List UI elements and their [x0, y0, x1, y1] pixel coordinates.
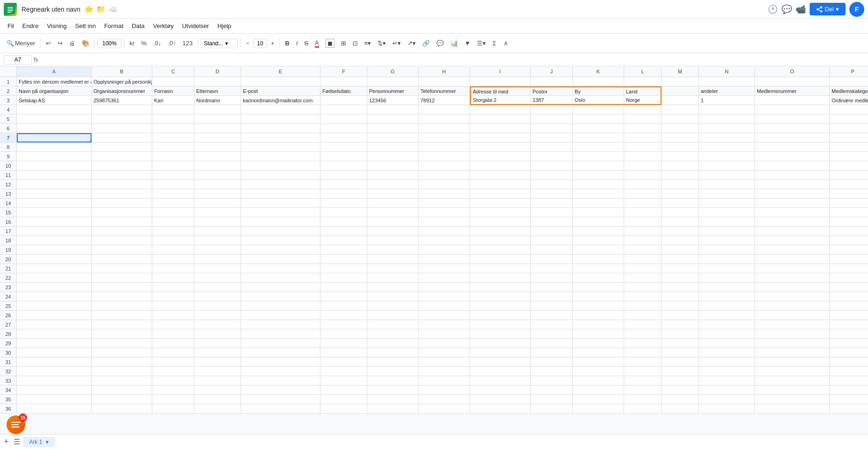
- collapse-toolbar-button[interactable]: ∧: [501, 38, 511, 49]
- row-num-3[interactable]: 3: [0, 96, 17, 105]
- row-num-1[interactable]: 1: [0, 77, 17, 86]
- row-num-19[interactable]: 19: [0, 245, 17, 255]
- font-style-dropdown[interactable]: Stand... ▾: [200, 39, 238, 48]
- row-num-11[interactable]: 11: [0, 171, 17, 180]
- chat-icon[interactable]: 💬: [782, 4, 792, 14]
- comment-button[interactable]: 💬: [434, 38, 447, 49]
- freeze-button[interactable]: ☰▾: [474, 38, 489, 49]
- cell-n1[interactable]: [699, 77, 755, 86]
- col-header-m[interactable]: M: [662, 66, 699, 77]
- avatar[interactable]: F: [849, 2, 864, 17]
- menu-verktoy[interactable]: Verktøy: [149, 21, 178, 31]
- app-icon[interactable]: [4, 3, 17, 16]
- share-button[interactable]: Del ▾: [810, 3, 846, 15]
- share-dropdown-icon[interactable]: ▾: [836, 6, 839, 13]
- row-num-12[interactable]: 12: [0, 180, 17, 189]
- notification-circle[interactable]: 15: [7, 415, 25, 434]
- cell-j2[interactable]: Postnr: [531, 86, 573, 96]
- cell-f3[interactable]: [320, 96, 367, 105]
- col-header-k[interactable]: K: [573, 66, 624, 77]
- undo-button[interactable]: ↩: [43, 38, 54, 49]
- row-num-25[interactable]: 25: [0, 301, 17, 311]
- col-header-j[interactable]: J: [531, 66, 573, 77]
- align-v-button[interactable]: ⇅▾: [375, 38, 389, 49]
- col-header-b[interactable]: B: [92, 66, 152, 77]
- video-icon[interactable]: 📹: [796, 4, 806, 14]
- number-format-button[interactable]: 123: [179, 38, 195, 49]
- row-num-31[interactable]: 31: [0, 357, 17, 367]
- cell-p1[interactable]: [830, 77, 868, 86]
- cell-c3[interactable]: Kari: [152, 96, 194, 105]
- col-header-a[interactable]: A: [17, 66, 92, 77]
- menu-sett-inn[interactable]: Sett inn: [71, 21, 100, 31]
- cell-o2[interactable]: Medlemsnummer: [755, 86, 830, 96]
- cell-h3[interactable]: 78912: [419, 96, 470, 105]
- text-rotate-button[interactable]: ↗▾: [405, 38, 419, 49]
- cell-i1[interactable]: [470, 77, 531, 86]
- row-num-6[interactable]: 6: [0, 124, 17, 133]
- row-num-15[interactable]: 15: [0, 208, 17, 217]
- col-header-h[interactable]: H: [419, 66, 470, 77]
- cell-i2[interactable]: Adresse til med: [470, 86, 531, 96]
- cell-n2[interactable]: andeler: [699, 86, 755, 96]
- align-h-button[interactable]: ≡▾: [362, 38, 374, 49]
- add-sheet-button[interactable]: +: [4, 437, 9, 447]
- row-num-13[interactable]: 13: [0, 189, 17, 199]
- col-header-f[interactable]: F: [320, 66, 367, 77]
- cell-a7[interactable]: [17, 133, 92, 143]
- cell-g2[interactable]: Personnummer: [367, 86, 419, 96]
- cell-c1[interactable]: [152, 77, 194, 86]
- col-header-l[interactable]: L: [624, 66, 662, 77]
- cell-k1[interactable]: [573, 77, 624, 86]
- cell-e3[interactable]: karinordmann@mailinator.com: [241, 96, 320, 105]
- row-num-14[interactable]: 14: [0, 199, 17, 208]
- cell-m3[interactable]: [662, 96, 699, 105]
- row-num-24[interactable]: 24: [0, 292, 17, 301]
- row-num-17[interactable]: 17: [0, 227, 17, 236]
- row-num-23[interactable]: 23: [0, 283, 17, 292]
- menu-endre[interactable]: Endre: [19, 21, 43, 31]
- cell-e2[interactable]: E-post: [241, 86, 320, 96]
- menu-visning[interactable]: Visning: [43, 21, 70, 31]
- cell-p3[interactable]: Ordinære medlemmer: [830, 96, 868, 105]
- cell-h1[interactable]: [419, 77, 470, 86]
- chart-button[interactable]: 📊: [448, 38, 461, 49]
- cell-m2[interactable]: [662, 86, 699, 96]
- row-num-28[interactable]: 28: [0, 329, 17, 339]
- percent-button[interactable]: %: [138, 38, 149, 49]
- cell-a3[interactable]: Selskap AS: [17, 96, 92, 105]
- cell-d2[interactable]: Etternavn: [194, 86, 241, 96]
- cell-d3[interactable]: Nordmann: [194, 96, 241, 105]
- col-header-n[interactable]: N: [699, 66, 755, 77]
- cell-a1[interactable]: Fylles inn dersom medlemet er en organis…: [17, 77, 92, 86]
- decrease-decimal-button[interactable]: .0↓: [150, 38, 164, 49]
- function-button[interactable]: Σ: [490, 38, 499, 49]
- row-num-7[interactable]: 7: [0, 133, 17, 143]
- col-header-g[interactable]: G: [367, 66, 419, 77]
- increase-decimal-button[interactable]: .0↑: [165, 38, 178, 49]
- print-button[interactable]: 🖨: [66, 38, 78, 49]
- redo-button[interactable]: ↪: [55, 38, 65, 49]
- row-num-35[interactable]: 35: [0, 395, 17, 404]
- row-num-22[interactable]: 22: [0, 273, 17, 283]
- grid-scroll[interactable]: 1 Fylles inn dersom medlemet er en organ…: [0, 77, 868, 434]
- history-icon[interactable]: 🕐: [768, 4, 778, 14]
- cloud-icon[interactable]: ☁️: [108, 5, 118, 14]
- cell-f2[interactable]: Fødselsdato: [320, 86, 367, 96]
- cell-k3[interactable]: Oslo: [573, 96, 624, 105]
- row-num-10[interactable]: 10: [0, 161, 17, 171]
- text-color-button[interactable]: A: [312, 37, 322, 50]
- cell-k2[interactable]: By: [573, 86, 624, 96]
- cell-g3[interactable]: 123456: [367, 96, 419, 105]
- row-num-16[interactable]: 16: [0, 217, 17, 227]
- cell-h2[interactable]: Telefonnummer: [419, 86, 470, 96]
- cell-a4[interactable]: [17, 105, 92, 114]
- col-header-e[interactable]: E: [241, 66, 320, 77]
- menu-utvidelser[interactable]: Utvidelser: [178, 21, 213, 31]
- italic-button[interactable]: I: [293, 38, 301, 49]
- menu-data[interactable]: Data: [128, 21, 148, 31]
- cell-f1[interactable]: [320, 77, 367, 86]
- col-header-c[interactable]: C: [152, 66, 194, 77]
- cell-o1[interactable]: [755, 77, 830, 86]
- row-num-21[interactable]: 21: [0, 264, 17, 273]
